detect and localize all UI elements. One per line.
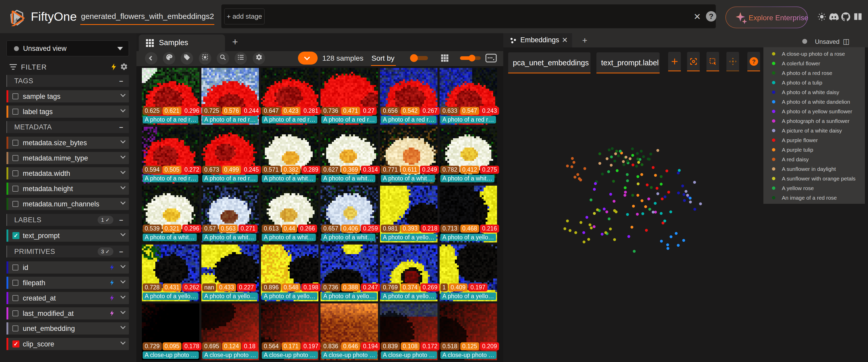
svg-text:?: ?: [752, 58, 756, 65]
